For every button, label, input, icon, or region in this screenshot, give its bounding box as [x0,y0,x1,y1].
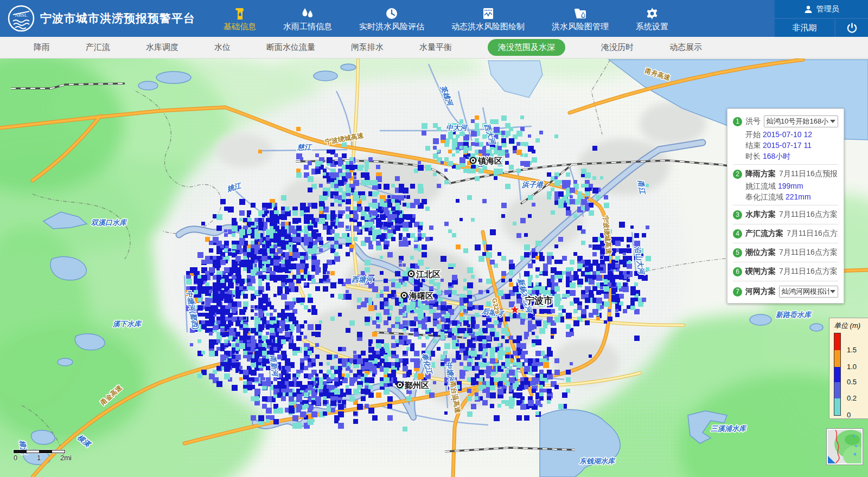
legend-color-bar [834,333,841,416]
step-badge: 4 [733,229,742,238]
scheme-value: 7月11日16点预报 [779,169,838,179]
detail-key: 奉化江流域 [745,192,786,201]
scheme-label: 产汇流方案 [745,229,783,238]
legend-tick-label: 0 [847,411,851,419]
nav-item-label: 水雨工情信息 [283,22,332,32]
subnav-tab-1[interactable]: 降雨 [34,42,50,53]
legend-segment [834,382,840,398]
detail-value: 221mm [786,192,811,201]
nav-item-2[interactable]: 水雨工情信息 [283,7,332,32]
city-label: 宁波市 [525,295,553,306]
scalebar-label: 0 [14,454,17,462]
scheme-row-7: 7河网方案灿鸿河网模拟计算 [733,283,838,300]
svg-text:NBSL: NBSL [15,12,27,18]
scheme-row-4: 4产汇流方案7月11日16点方案 [733,227,838,241]
subnav-tab-10[interactable]: 动态展示 [669,42,702,53]
scheme-label: 潮位方案 [745,248,776,257]
overview-minimap[interactable] [826,428,863,465]
scheme-select[interactable]: 灿鸿河网模拟计算 [779,286,838,298]
nav-item-3[interactable]: 实时洪水风险评估 [359,7,424,32]
chevron-down-icon [830,120,835,123]
nav-item-label: 系统设置 [636,22,668,32]
logout-button[interactable] [835,19,868,37]
panel-divider [733,164,838,165]
mode-label: 非汛期 [793,23,817,33]
panel-divider [733,224,838,224]
water-label: 中大河 [446,124,469,132]
subnav-tab-9[interactable]: 淹没历时 [601,42,634,53]
scheme-detail: 结束 2015-07-17 11 [733,140,838,151]
city-star-marker: ★ [510,304,520,315]
detail-value: 168小时 [763,152,790,160]
legend-tick-label: 1.0 [847,363,857,371]
detail-key: 结束 [745,141,763,150]
scheme-label: 洪号 [745,117,761,126]
water-label: 东钱湖水库 [579,457,616,465]
brand: NBSL 宁波市城市洪涝预报预警平台 [8,5,195,32]
district-marker: 鄞州区 [397,381,430,390]
scheme-row-6: 6碶闸方案7月11日16点方案 [733,265,838,279]
scheme-label: 水库方案 [745,210,776,220]
panel-divider [733,281,838,281]
user-label: 管理员 [816,4,839,14]
water-label: 溪下水库 [112,320,142,328]
scheme-value: 7月11日16点方案 [779,267,838,276]
scheme-select[interactable]: 灿鸿10号开始168小时 [764,115,838,127]
sub-nav: 降雨产汇流水库调度水位断面水位流量闸泵排水水量平衡淹没范围及水深淹没历时动态展示 [0,37,868,59]
detail-key: 姚江流域 [745,182,778,190]
nav-item-5[interactable]: 洪水风险图管理 [552,7,609,32]
scheme-detail: 时长 168小时 [733,151,838,162]
main-nav: 基础信息水雨工情信息实时洪水风险评估动态洪水风险图绘制洪水风险图管理系统设置 [224,0,668,37]
nav-item-6[interactable]: 系统设置 [636,7,668,32]
step-badge: 7 [733,287,742,296]
flood-scheme-panel: 1洪号灿鸿10号开始168小时开始 2015-07-10 12结束 2015-0… [727,108,844,304]
district-marker: 江北区 [408,269,441,279]
user-menu[interactable]: 管理员 [775,0,868,18]
nav-item-1[interactable]: 基础信息 [224,7,256,32]
panel-divider [733,262,838,262]
district-marker: 镇海区 [470,156,503,165]
nav-item-4[interactable]: 动态洪水风险图绘制 [451,7,525,32]
scheme-row-2: 2降雨方案7月11日16点预报 [733,167,838,181]
detail-key: 开始 [745,130,763,139]
district-label: 镇海区 [477,156,502,165]
scalebar-label: 1 [37,454,41,462]
scheme-row-1: 1洪号灿鸿10号开始168小时 [733,113,838,130]
scheme-row-5: 5潮位方案7月11日16点方案 [733,246,838,260]
scheme-label: 碶闸方案 [745,267,776,276]
step-badge: 3 [733,210,742,220]
subnav-tab-3[interactable]: 水库调度 [146,42,178,53]
subnav-tab-8[interactable]: 淹没范围及水深 [488,39,565,56]
scheme-value: 7月11日16点方案 [779,248,838,257]
app-logo-icon: NBSL [8,5,35,32]
legend-segment [834,398,840,415]
scheme-value: 7月11日16点方案 [779,210,838,220]
map-scalebar: 012mi [14,450,79,462]
subnav-tab-2[interactable]: 产汇流 [86,42,110,53]
legend-segment [834,350,840,367]
chart-icon [482,7,494,20]
subnav-tab-4[interactable]: 水位 [214,42,231,53]
subnav-tab-5[interactable]: 断面水位流量 [266,42,315,53]
step-badge: 2 [733,170,742,179]
detail-value: 199mm [778,182,803,190]
detail-value: 2015-07-10 12 [763,130,812,139]
subnav-tab-7[interactable]: 水量平衡 [419,42,452,53]
district-marker: 海曙区 [401,291,434,300]
panel-divider [733,205,838,205]
district-label: 江北区 [416,269,441,279]
water-label: 西塘河 [352,275,374,283]
legend-segment [834,367,840,382]
scheme-detail: 开始 2015-07-10 12 [733,130,838,140]
folder-icon [574,7,587,20]
nav-item-label: 基础信息 [224,22,256,32]
user-zone: 管理员 非汛期 [775,0,868,37]
detail-key: 时长 [745,152,763,160]
flood-season-mode-button[interactable]: 非汛期 [775,19,834,37]
water-label: 新路岙水库 [775,311,812,319]
water-label: 三溪浦水库 [710,424,747,433]
power-icon [847,23,857,33]
doc-icon [234,7,245,20]
page-title: 宁波市城市洪涝预报预警平台 [40,11,195,26]
subnav-tab-6[interactable]: 闸泵排水 [351,42,384,53]
